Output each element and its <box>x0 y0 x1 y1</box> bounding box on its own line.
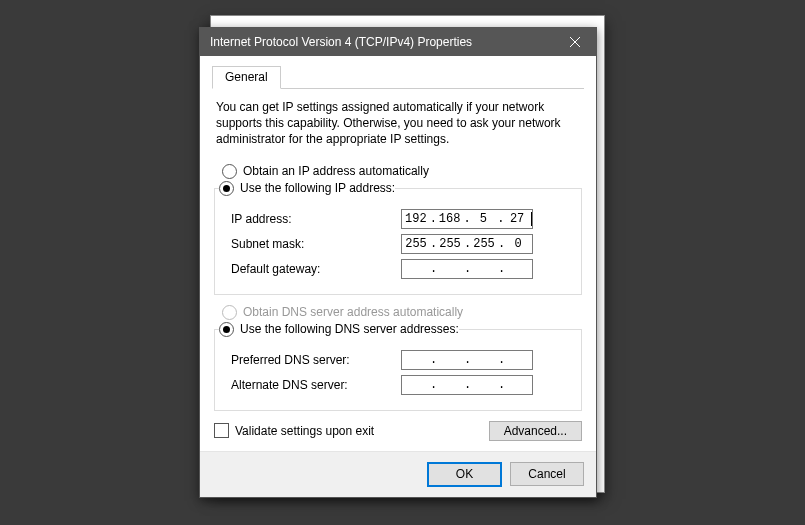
ip-octet <box>504 262 532 276</box>
close-button[interactable] <box>554 28 596 56</box>
dialog-body: General You can get IP settings assigned… <box>200 56 596 451</box>
ip-octet <box>402 262 430 276</box>
group-ip-manual: Use the following IP address: IP address… <box>214 181 582 295</box>
ip-octet: 0 <box>504 237 532 251</box>
ip-octet <box>436 378 464 392</box>
radio-icon <box>219 322 234 337</box>
radio-obtain-ip-auto[interactable]: Obtain an IP address automatically <box>222 164 584 179</box>
radio-obtain-dns-auto: Obtain DNS server address automatically <box>222 305 584 320</box>
ip-octet: 255 <box>402 237 430 251</box>
ip-octet <box>470 262 498 276</box>
label-default-gateway: Default gateway: <box>231 262 401 276</box>
ip-octet <box>504 353 532 367</box>
tabstrip: General <box>212 66 584 89</box>
bottom-row: Validate settings upon exit Advanced... <box>214 421 582 441</box>
titlebar: Internet Protocol Version 4 (TCP/IPv4) P… <box>200 28 596 56</box>
tab-general[interactable]: General <box>212 66 281 89</box>
ok-button[interactable]: OK <box>427 462 502 487</box>
radio-label: Obtain an IP address automatically <box>243 164 429 178</box>
ip-octet <box>470 353 498 367</box>
ip-octet: 27 <box>503 212 532 226</box>
label-validate-exit: Validate settings upon exit <box>235 424 374 438</box>
row-subnet-mask: Subnet mask: 255. 255. 255. 0 <box>231 234 571 254</box>
radio-label: Use the following DNS server addresses: <box>240 322 459 336</box>
ip-octet <box>402 353 430 367</box>
radio-label: Use the following IP address: <box>240 181 395 195</box>
advanced-button[interactable]: Advanced... <box>489 421 582 441</box>
ip-octet: 255 <box>470 237 498 251</box>
ipv4-properties-dialog: Internet Protocol Version 4 (TCP/IPv4) P… <box>199 27 597 498</box>
ip-octet <box>436 262 464 276</box>
input-subnet-mask[interactable]: 255. 255. 255. 0 <box>401 234 533 254</box>
ip-octet: 5 <box>470 212 498 226</box>
input-ip-address[interactable]: 192. 168. 5. 27 <box>401 209 533 229</box>
input-alternate-dns[interactable]: . . . <box>401 375 533 395</box>
radio-use-ip-manual[interactable]: Use the following IP address: <box>219 181 395 196</box>
ip-octet: 168 <box>436 212 464 226</box>
checkbox-validate-exit[interactable] <box>214 423 229 438</box>
label-alternate-dns: Alternate DNS server: <box>231 378 401 392</box>
row-preferred-dns: Preferred DNS server: . . . <box>231 350 571 370</box>
radio-label: Obtain DNS server address automatically <box>243 305 463 319</box>
ip-octet: 255 <box>436 237 464 251</box>
ip-octet <box>402 378 430 392</box>
input-preferred-dns[interactable]: . . . <box>401 350 533 370</box>
row-alternate-dns: Alternate DNS server: . . . <box>231 375 571 395</box>
dialog-title: Internet Protocol Version 4 (TCP/IPv4) P… <box>210 35 554 49</box>
label-subnet-mask: Subnet mask: <box>231 237 401 251</box>
radio-use-dns-manual[interactable]: Use the following DNS server addresses: <box>219 322 459 337</box>
radio-icon <box>219 181 234 196</box>
radio-icon <box>222 305 237 320</box>
group-dns-manual: Use the following DNS server addresses: … <box>214 322 582 411</box>
ip-octet: 192 <box>402 212 430 226</box>
ip-octet <box>470 378 498 392</box>
radio-icon <box>222 164 237 179</box>
ip-octet <box>504 378 532 392</box>
dialog-footer: OK Cancel <box>200 451 596 497</box>
label-ip-address: IP address: <box>231 212 401 226</box>
input-default-gateway[interactable]: . . . <box>401 259 533 279</box>
description-text: You can get IP settings assigned automat… <box>216 99 580 148</box>
label-preferred-dns: Preferred DNS server: <box>231 353 401 367</box>
row-ip-address: IP address: 192. 168. 5. 27 <box>231 209 571 229</box>
cancel-button[interactable]: Cancel <box>510 462 584 486</box>
row-default-gateway: Default gateway: . . . <box>231 259 571 279</box>
ip-octet <box>436 353 464 367</box>
close-icon <box>570 37 580 47</box>
